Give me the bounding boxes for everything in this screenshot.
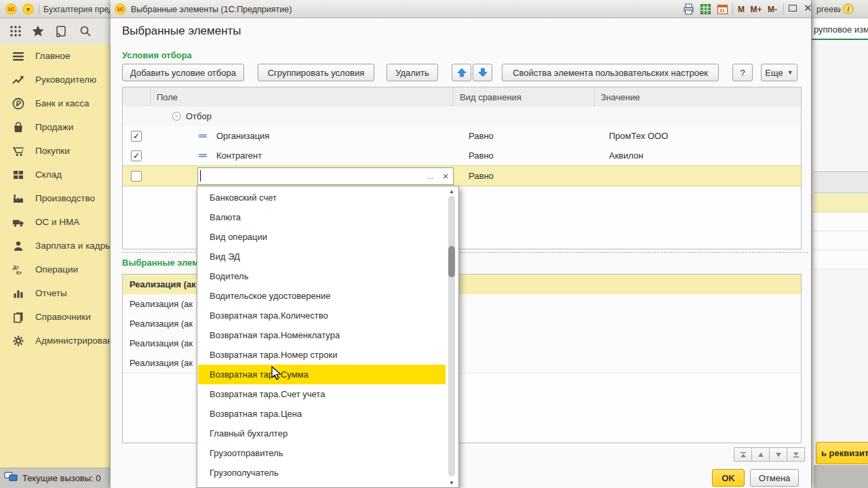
dropdown-item[interactable]: Возвратная тара.Цена <box>198 404 446 424</box>
svg-text:Кт: Кт <box>16 270 22 276</box>
person-icon <box>12 239 25 253</box>
column-header-field[interactable]: Поле <box>150 87 453 106</box>
move-up-button[interactable] <box>452 64 471 81</box>
titlebar-separator <box>783 3 784 15</box>
dropdown-item[interactable]: Возвратная тара.Количество <box>198 306 446 325</box>
search-icon[interactable] <box>79 24 92 38</box>
shopping-bag-icon <box>12 121 25 134</box>
table-row[interactable]: ✓ Контрагент Равно Аквилон <box>123 146 801 166</box>
dropdown-item[interactable]: Возвратная тара.Номер строки <box>198 345 446 365</box>
dropdown-item[interactable]: Возвратная тара.Счет учета <box>198 384 446 404</box>
dialog-1c-icon: 1С <box>115 3 126 15</box>
sidebar-item-proizvodstvo[interactable]: Производство <box>0 186 110 210</box>
dropdown-item[interactable]: Банковский счет <box>198 188 446 207</box>
current-calls-text: Текущие вызовы: 0 <box>22 473 101 483</box>
dropdown-item[interactable]: Водительское удостоверение <box>198 286 446 306</box>
maximize-button[interactable] <box>789 5 797 12</box>
trend-chart-icon <box>12 73 25 87</box>
add-filter-button[interactable]: Добавить условие отбора <box>122 64 244 81</box>
history-scroll-icon[interactable] <box>54 24 68 38</box>
scrollbar-track[interactable] <box>448 196 455 476</box>
background-tab-underline <box>812 39 868 40</box>
sidebar-item-glavnoe[interactable]: Главное <box>0 44 110 68</box>
info-icon[interactable]: i <box>843 3 854 14</box>
dropdown-item[interactable]: Вид ЭД <box>198 247 446 266</box>
m-plus-button[interactable]: M+ <box>748 3 764 16</box>
sidebar-item-administrirovanie[interactable]: Администрирование <box>0 329 110 352</box>
row-checkbox-checked[interactable]: ✓ <box>131 131 142 142</box>
row-checkbox-checked[interactable]: ✓ <box>131 150 142 161</box>
sidebar-item-prodazhi[interactable]: Продажи <box>0 115 110 139</box>
move-down-button[interactable] <box>473 64 492 81</box>
sidebar-item-pokupki[interactable]: Покупки <box>0 139 110 163</box>
truck-icon <box>12 216 25 229</box>
sidebar-item-sklad[interactable]: Склад <box>0 163 110 186</box>
sidebar-item-rukovoditelyu[interactable]: Руководителю <box>0 68 110 92</box>
tree-collapse-icon[interactable]: − <box>172 112 181 121</box>
hamburger-icon <box>12 49 25 63</box>
column-header-value[interactable]: Значение <box>594 87 801 106</box>
print-icon[interactable] <box>682 3 695 18</box>
scrollbar-thumb[interactable] <box>448 246 455 277</box>
cart-icon <box>12 144 25 158</box>
spreadsheet-icon[interactable] <box>699 3 712 18</box>
dropdown-item[interactable]: Валюта <box>198 207 446 227</box>
column-header-comparison[interactable]: Вид сравнения <box>453 87 594 106</box>
close-button[interactable]: ✕ <box>804 2 812 14</box>
help-button[interactable]: ? <box>732 64 753 81</box>
dropdown-item[interactable]: Главный бухгалтер <box>198 424 446 443</box>
table-row-group[interactable]: − Отбор <box>123 106 801 127</box>
apps-grid-icon[interactable] <box>9 24 22 38</box>
column-header-checkbox[interactable] <box>123 87 150 106</box>
background-table-header <box>814 171 868 193</box>
delete-button[interactable]: Удалить <box>387 64 438 81</box>
move-down-list-button[interactable] <box>770 447 787 462</box>
move-up-list-button[interactable] <box>752 447 770 462</box>
choose-ellipsis-button[interactable]: ... <box>422 167 439 185</box>
text-caret <box>200 170 201 182</box>
dropdown-scrollbar[interactable]: ▲ ▼ <box>447 188 456 486</box>
favorites-star-icon[interactable] <box>31 24 45 38</box>
background-change-attributes-button[interactable]: ь реквизиты <box>816 442 868 464</box>
filter-item-icon <box>199 133 207 139</box>
bar-chart-icon <box>12 287 25 300</box>
move-to-top-button[interactable] <box>734 447 752 462</box>
sidebar-item-spravochniki[interactable]: Справочники <box>0 305 110 329</box>
monitors-icon <box>4 471 18 486</box>
move-to-bottom-button[interactable] <box>787 447 805 462</box>
dropdown-item-highlighted[interactable]: Возвратная тара.Сумма <box>198 365 446 384</box>
gear-icon <box>12 334 25 348</box>
filters-section-heading: Условия отбора <box>122 50 192 60</box>
more-button[interactable]: Еще ▼ <box>761 64 797 81</box>
m-button[interactable]: M <box>736 3 747 16</box>
dropdown-item[interactable]: Водитель <box>198 266 446 286</box>
scroll-up-icon[interactable]: ▲ <box>448 188 456 195</box>
grid-squares-icon <box>12 168 25 182</box>
table-row[interactable]: ✓ Организация Равно ПромТех ООО <box>123 126 801 146</box>
ok-button[interactable]: OK <box>712 469 745 487</box>
field-edit-input[interactable] <box>197 167 424 185</box>
dropdown-item[interactable]: Вид операции <box>198 227 446 247</box>
sidebar-item-operacii[interactable]: ДтКт Операции <box>0 258 110 281</box>
dropdown-item[interactable]: Возвратная тара.Номенклатура <box>198 325 446 345</box>
sidebar: Главное Руководителю Банк и касса Продаж… <box>0 44 111 468</box>
group-conditions-button[interactable]: Сгруппировать условия <box>258 64 374 81</box>
user-settings-properties-button[interactable]: Свойства элемента пользовательских настр… <box>502 64 719 81</box>
cancel-button[interactable]: Отмена <box>750 469 799 487</box>
sidebar-item-os-i-nma[interactable]: ОС и НМА <box>0 210 110 234</box>
row-checkbox-unchecked[interactable] <box>131 171 142 182</box>
sidebar-item-zarplata-i-kadry[interactable]: Зарплата и кадры <box>0 234 110 258</box>
m-minus-button[interactable]: M- <box>764 3 781 16</box>
dropdown-item[interactable]: Грузополучатель <box>198 463 446 483</box>
main-menu-icon[interactable]: ▾ <box>22 3 34 15</box>
factory-icon <box>12 192 25 205</box>
dropdown-item[interactable]: Грузоотправитель <box>198 443 446 463</box>
calendar-icon[interactable]: 31 <box>716 3 729 18</box>
clear-x-button[interactable]: ✕ <box>438 167 454 185</box>
sidebar-item-otchety[interactable]: Отчеты <box>0 281 110 305</box>
sidebar-item-bank-i-kassa[interactable]: Банк и касса <box>0 92 110 115</box>
user-name-fragment: ргеевич <box>816 5 841 14</box>
table-row-editing[interactable]: ... ✕ Равно <box>123 165 801 186</box>
filter-table-header: Поле Вид сравнения Значение <box>123 87 801 107</box>
scroll-down-icon[interactable]: ▼ <box>448 479 456 486</box>
